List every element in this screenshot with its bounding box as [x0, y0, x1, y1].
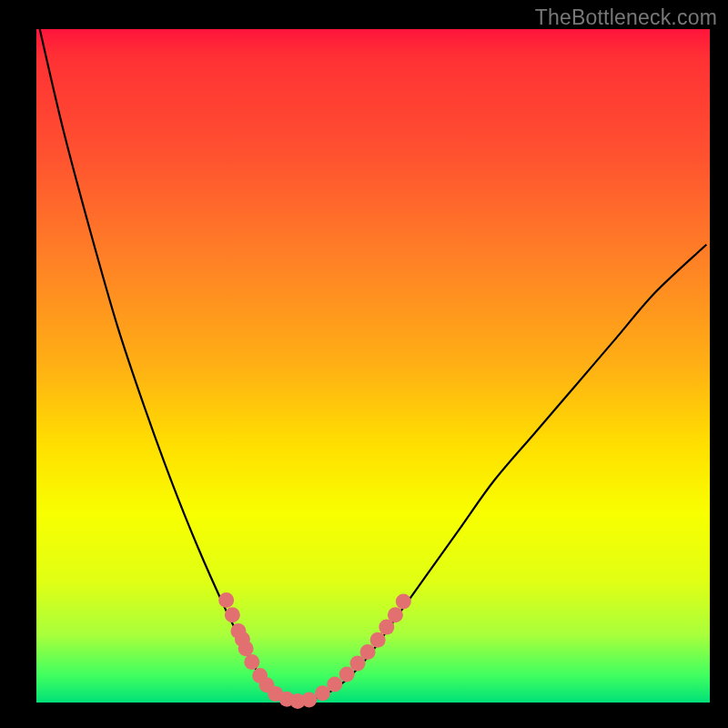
curve-marker: [327, 677, 342, 693]
curve-marker: [360, 644, 376, 660]
watermark-text: TheBottleneck.com: [535, 5, 717, 30]
plot-area: [36, 29, 710, 703]
curve-marker: [301, 693, 317, 708]
curve-markers: [218, 592, 411, 709]
curve-marker: [244, 654, 259, 670]
curve-marker: [388, 607, 403, 622]
curve-marker: [225, 607, 240, 622]
chart-container: TheBottleneck.com: [0, 0, 728, 728]
curve-marker: [396, 594, 411, 610]
curve-marker: [218, 592, 234, 608]
bottleneck-curve: [40, 29, 707, 702]
curve-marker: [238, 641, 254, 656]
curve-svg: [36, 29, 710, 703]
curve-marker: [370, 632, 386, 648]
